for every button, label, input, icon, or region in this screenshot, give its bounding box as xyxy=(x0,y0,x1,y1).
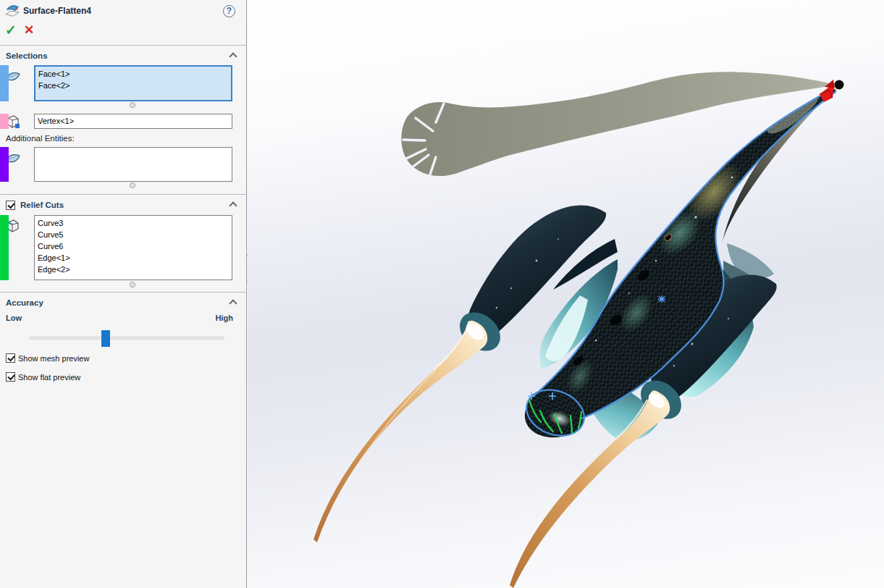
accuracy-low-label: Low xyxy=(6,314,22,322)
list-item[interactable]: Face<1> xyxy=(38,68,228,80)
property-manager-panel: Surface-Flatten4 ? ✓ ✕ Selections Face<1… xyxy=(0,0,247,588)
list-item[interactable]: Edge<1> xyxy=(38,252,229,264)
resize-grip[interactable] xyxy=(130,182,135,188)
show-flat-preview-label: Show flat preview xyxy=(18,373,80,382)
accuracy-high-label: High xyxy=(216,314,233,322)
show-mesh-preview-checkbox[interactable] xyxy=(6,353,15,363)
cancel-button[interactable]: ✕ xyxy=(24,22,34,38)
divider xyxy=(0,292,247,293)
vertex-selection-box[interactable]: Vertex<1> xyxy=(34,114,232,129)
divider xyxy=(0,45,247,46)
divider xyxy=(0,194,247,195)
show-mesh-preview-label: Show mesh preview xyxy=(18,354,89,363)
list-item[interactable]: Edge<2> xyxy=(38,264,229,275)
show-flat-preview-checkbox[interactable] xyxy=(6,372,15,382)
surface-flatten-icon xyxy=(4,3,20,19)
vertex-swatch xyxy=(0,114,9,129)
model-scene xyxy=(248,0,884,588)
chevron-up-icon[interactable] xyxy=(229,52,237,60)
list-item[interactable]: Curve6 xyxy=(38,240,229,252)
panel-title: Surface-Flatten4 xyxy=(23,6,91,16)
face-swatch xyxy=(0,65,9,101)
help-icon[interactable]: ? xyxy=(223,5,235,17)
resize-grip[interactable] xyxy=(130,102,135,108)
relief-swatch xyxy=(0,215,9,280)
list-item[interactable]: Curve5 xyxy=(38,229,229,240)
resize-grip[interactable] xyxy=(130,282,135,287)
chevron-up-icon[interactable] xyxy=(229,299,237,307)
panel-header: Surface-Flatten4 ? xyxy=(0,0,246,20)
additional-swatch xyxy=(0,147,9,182)
selected-vertex-point[interactable] xyxy=(835,80,844,90)
left-engine-spike[interactable] xyxy=(313,321,487,542)
list-item[interactable]: Vertex<1> xyxy=(38,116,229,127)
relief-cuts-header[interactable]: Relief Cuts xyxy=(20,201,64,209)
list-item[interactable]: Curve3 xyxy=(38,217,229,229)
relief-cuts-checkbox[interactable] xyxy=(6,201,15,210)
faces-selection-list[interactable]: Face<1> Face<2> xyxy=(34,65,232,101)
relief-cuts-list[interactable]: Curve3 Curve5 Curve6 Edge<1> Edge<2> xyxy=(34,215,232,280)
additional-entities-list[interactable] xyxy=(34,147,232,182)
list-item[interactable]: Face<2> xyxy=(38,80,228,91)
ok-button[interactable]: ✓ xyxy=(5,22,17,38)
graphics-viewport[interactable] xyxy=(248,0,884,588)
selections-header[interactable]: Selections xyxy=(6,51,48,60)
additional-entities-label: Additional Entities: xyxy=(6,134,75,143)
accuracy-header[interactable]: Accuracy xyxy=(6,298,43,307)
chevron-up-icon[interactable] xyxy=(229,201,237,209)
accuracy-slider-track[interactable] xyxy=(29,337,224,340)
accuracy-slider-handle[interactable] xyxy=(101,330,110,347)
